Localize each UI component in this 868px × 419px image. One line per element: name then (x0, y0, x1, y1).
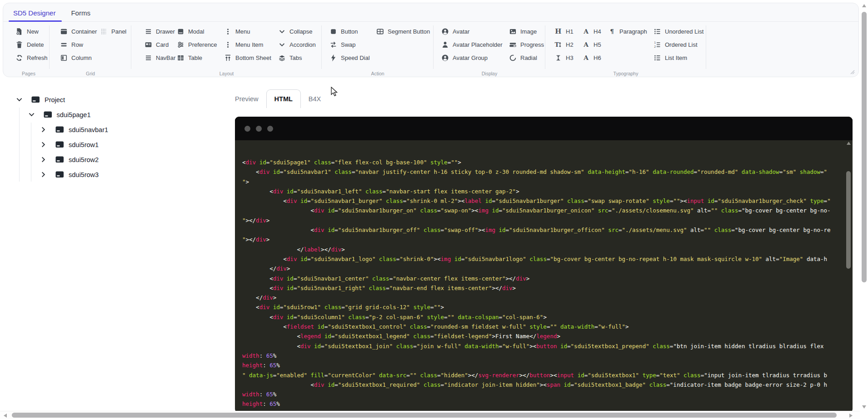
page-scrollbar-thumb[interactable] (862, 12, 867, 282)
code-view[interactable]: <div id="sdui5page1" class="flex flex-co… (242, 158, 839, 413)
button-button[interactable]: Button (329, 26, 370, 36)
delete-button[interactable]: Delete (15, 39, 48, 49)
toolbar-button-label: Progress (520, 41, 544, 48)
refresh-button[interactable]: Refresh (15, 53, 48, 63)
panel-button[interactable]: Panel (100, 26, 126, 36)
avatar-placeholder-button[interactable]: Avatar Placeholder (441, 39, 503, 49)
tree-item-sdui5navbar1[interactable]: sdui5navbar1 (14, 122, 209, 137)
table-icon (177, 54, 185, 62)
card-button[interactable]: Card (145, 39, 175, 49)
page-scrollbar-thumb[interactable] (12, 413, 837, 418)
code-line: height: 65% (242, 399, 839, 409)
menu-item-button[interactable]: Menu Item (224, 39, 271, 49)
avatar-button[interactable]: Avatar (441, 26, 503, 36)
navbar-button[interactable]: NavBar (145, 53, 175, 63)
scroll-up-icon[interactable] (862, 4, 867, 8)
editor-scrollbar-thumb[interactable] (846, 171, 851, 269)
toolbar-button-label: Menu Item (235, 41, 263, 48)
tree-item-sdui5page1[interactable]: sdui5page1 (14, 107, 209, 122)
swap-button[interactable]: Swap (329, 39, 370, 49)
row-button[interactable]: Row (60, 39, 97, 49)
toolbar-button-label: Column (71, 54, 92, 61)
avatar-group-button[interactable]: Avatar Group (441, 53, 503, 63)
list-item-button[interactable]: List Item (653, 53, 703, 63)
h1-icon: H (554, 28, 562, 35)
view-tab-b4x[interactable]: B4X (301, 89, 329, 108)
chevron-right-icon[interactable] (40, 171, 47, 178)
image-button[interactable]: Image (509, 26, 544, 36)
tabs-icon (278, 54, 286, 62)
h3-icon (554, 54, 562, 62)
ordered-list-button[interactable]: 12Ordered List (653, 39, 703, 49)
tree-item-project[interactable]: Project (14, 92, 209, 107)
new-button[interactable]: New (15, 26, 48, 36)
editor-vertical-scrollbar[interactable] (846, 140, 852, 409)
speed-dial-button[interactable]: Speed Dial (329, 53, 370, 63)
page-horizontal-scrollbar[interactable] (0, 411, 860, 419)
h5-button[interactable]: AH5 (582, 39, 601, 49)
code-line: <div id="sdui5column1" class="p-2 col-sp… (242, 312, 839, 322)
radial-button[interactable]: Radial (509, 53, 544, 63)
collapse-button[interactable]: Collapse (278, 26, 316, 36)
ribbon-spacer (706, 22, 858, 77)
svg-text:1: 1 (654, 41, 656, 44)
tabs-button[interactable]: Tabs (278, 53, 316, 63)
view-tab-html[interactable]: HTML (266, 89, 301, 108)
tree-item-sdui5row1[interactable]: sdui5row1 (14, 137, 209, 152)
navbar-icon (145, 54, 152, 62)
chevron-right-icon[interactable] (40, 156, 47, 163)
toolbar-button-label: Ordered List (665, 41, 698, 48)
table-button[interactable]: Table (177, 53, 217, 63)
app-tab-sd5-designer[interactable]: SD5 Designer (13, 9, 55, 21)
toolbar-group-label: Action (322, 71, 434, 76)
toolbar-column: Panel (100, 26, 126, 39)
toolbar-button-label: Preference (188, 41, 217, 48)
column-button[interactable]: Column (60, 53, 97, 63)
bottom-sheet-button[interactable]: Bottom Sheet (224, 53, 271, 63)
scroll-down-icon[interactable] (862, 405, 867, 409)
modal-button[interactable]: Modal (177, 26, 217, 36)
unordered-list-icon (653, 28, 661, 35)
chevron-right-icon[interactable] (40, 141, 47, 148)
tree-item-sdui5row2[interactable]: sdui5row2 (14, 152, 209, 167)
chevron-right-icon[interactable] (40, 126, 47, 133)
page-vertical-scrollbar[interactable] (861, 0, 868, 419)
segment-button-button[interactable]: Segment Button (376, 26, 430, 36)
component-tree: Projectsdui5page1sdui5navbar1sdui5row1sd… (14, 92, 209, 182)
toolbar-button-label: Collapse (289, 28, 313, 35)
h1-button[interactable]: HH1 (554, 26, 574, 36)
scroll-left-icon[interactable] (3, 413, 7, 418)
toolbar-column: ButtonSwapSpeed Dial (329, 26, 370, 66)
scroll-right-icon[interactable] (849, 413, 853, 418)
drawer-button[interactable]: Drawer (145, 26, 175, 36)
h2-button[interactable]: TH2 (554, 39, 574, 49)
row-icon (60, 41, 68, 49)
toolbar-button-label: Panel (111, 28, 126, 35)
toolbar-column: ¶Paragraph (608, 26, 647, 39)
h6-button[interactable]: AH6 (582, 53, 601, 63)
paragraph-button[interactable]: ¶Paragraph (608, 26, 647, 36)
toolbar-column: NewDeleteRefresh (15, 26, 48, 66)
accordion-icon (278, 41, 286, 49)
toolbar-button-label: Paragraph (619, 28, 647, 35)
preference-button[interactable]: Preference (177, 39, 217, 49)
chevron-down-icon[interactable] (28, 111, 35, 118)
resize-handle-icon[interactable] (850, 70, 855, 74)
unordered-list-button[interactable]: Unordered List (653, 26, 703, 36)
h4-button[interactable]: AH4 (582, 26, 601, 36)
view-tab-preview[interactable]: Preview (227, 89, 266, 108)
scroll-up-icon[interactable] (846, 141, 851, 145)
column-icon (60, 54, 68, 62)
container-button[interactable]: Container (60, 26, 97, 36)
accordion-button[interactable]: Accordion (278, 39, 316, 49)
chevron-down-icon[interactable] (15, 96, 23, 104)
h3-button[interactable]: H3 (554, 53, 574, 63)
menu-button[interactable]: Menu (224, 26, 271, 36)
tree-item-sdui5row3[interactable]: sdui5row3 (14, 167, 209, 182)
progress-button[interactable]: Progress (509, 39, 544, 49)
h4-icon: A (582, 28, 590, 35)
refresh-icon (15, 54, 23, 62)
app-tab-forms[interactable]: Forms (71, 9, 90, 21)
container-icon (60, 28, 68, 35)
code-line: <div id="sdui5navbar1_burger" class="shr… (242, 196, 839, 206)
